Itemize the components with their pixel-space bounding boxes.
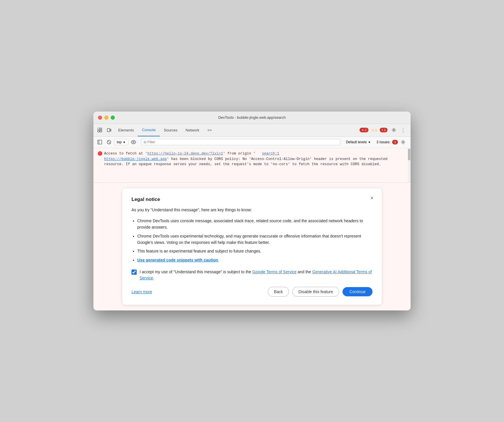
context-selector[interactable]: top ▼ [114, 139, 128, 145]
acceptance-checkbox[interactable] [131, 270, 137, 275]
google-tos-link[interactable]: Google Terms of Service [252, 270, 296, 274]
inspect-element-icon[interactable] [96, 126, 104, 134]
scrollbar[interactable] [408, 148, 411, 182]
svg-rect-5 [110, 129, 111, 131]
back-button[interactable]: Back [268, 287, 289, 297]
legal-bullet-2: Chrome DevTools uses experimental techno… [137, 233, 373, 246]
disable-feature-button[interactable]: Disable this feature [292, 287, 339, 297]
legal-bullet-1: Chrome DevTools uses console message, as… [137, 218, 373, 231]
code-snippets-link[interactable]: Use generated code snippets with caution [137, 258, 218, 262]
filter-icon: ⊟ [144, 140, 146, 144]
tab-badges: ✕ 2 ⚠ 1 ! 3 [360, 128, 388, 132]
default-levels-selector[interactable]: Default levels ▼ [344, 139, 373, 145]
title-bar: DevTools - bubble-jingle.web.app/search [93, 112, 411, 124]
warning-badge[interactable]: ⚠ 1 [371, 128, 377, 132]
legal-notice-list: Chrome DevTools uses console message, as… [131, 218, 373, 263]
chevron-down-icon-levels: ▼ [368, 141, 371, 144]
console-output: 🔴 Access to fetch at 'https://hello-io-2… [93, 148, 411, 183]
scrollbar-thumb [408, 149, 410, 160]
console-toolbar: top ▼ ⊟ Default levels ▼ 3 Issues: 3 [93, 137, 411, 148]
window-title: DevTools - bubble-jingle.web.app/search [218, 115, 286, 120]
filter-area: ⊟ [141, 139, 340, 145]
error-circle-icon: 🔴 [97, 151, 102, 156]
tab-more[interactable]: >> [203, 124, 216, 136]
traffic-lights [98, 116, 115, 120]
legal-notice-backdrop: × Legal notice As you try "Understand th… [93, 183, 411, 310]
maximize-button[interactable] [111, 116, 115, 120]
devtools-tab-bar: Elements Console Sources Network >> ✕ 2 … [93, 124, 411, 137]
error-icon: ✕ [362, 129, 364, 132]
legal-actions-row: Learn more Back Disable this feature Con… [131, 287, 373, 297]
sidebar-toggle-button[interactable] [96, 138, 104, 146]
svg-rect-3 [100, 130, 102, 132]
tab-sources[interactable]: Sources [160, 124, 182, 136]
legal-bullet-4: Use generated code snippets with caution… [137, 257, 373, 263]
tab-console[interactable]: Console [138, 124, 160, 136]
tab-elements[interactable]: Elements [114, 124, 138, 136]
issues-badge-header[interactable]: ! 3 [380, 128, 388, 132]
legal-close-button[interactable]: × [368, 194, 376, 202]
warning-icon: ⚠ [371, 128, 374, 132]
error-entry: 🔴 Access to fetch at 'https://hello-io-2… [97, 151, 407, 167]
acceptance-text: I accept my use of "Understand this mess… [140, 269, 373, 281]
issues-count-toolbar[interactable]: 3 Issues: 3 [377, 140, 398, 144]
device-toolbar-icon[interactable] [105, 126, 113, 134]
tab-network[interactable]: Network [182, 124, 204, 136]
error-message-text: Access to fetch at 'https://hello-io-24.… [104, 151, 407, 167]
issues-icon: ! [382, 128, 383, 132]
issues-count-badge: 3 [392, 140, 398, 144]
legal-notice-title: Legal notice [131, 197, 373, 202]
filter-input[interactable] [148, 140, 338, 144]
learn-more-link[interactable]: Learn more [131, 289, 152, 294]
error-badge[interactable]: ✕ 2 [360, 128, 368, 132]
svg-rect-1 [100, 128, 102, 130]
svg-rect-6 [98, 140, 102, 144]
devtools-window: DevTools - bubble-jingle.web.app/search … [93, 112, 411, 310]
legal-bullet-3: This feature is an experimental feature … [137, 248, 373, 254]
svg-rect-2 [98, 130, 99, 132]
settings-icon[interactable] [390, 126, 398, 134]
console-settings-icon[interactable] [399, 138, 407, 146]
error-url-link[interactable]: https://hello-io-24.deno.dev/?lvl=1 [147, 152, 223, 156]
svg-rect-0 [98, 128, 99, 130]
legal-notice-intro: As you try "Understand this message", he… [131, 207, 373, 213]
svg-line-9 [108, 141, 110, 143]
close-button[interactable] [98, 116, 102, 120]
more-options-icon[interactable]: ⋮ [399, 126, 407, 134]
source-ref-link[interactable]: search:1 [262, 152, 279, 156]
origin-link[interactable]: https://bubble-jingle.web.app [104, 157, 167, 161]
clear-console-button[interactable] [105, 138, 113, 146]
svg-rect-4 [107, 129, 110, 132]
action-buttons: Back Disable this feature Continue [268, 287, 373, 297]
eye-icon-button[interactable] [129, 138, 138, 146]
legal-notice-dialog: × Legal notice As you try "Understand th… [122, 189, 382, 305]
chevron-down-icon: ▼ [123, 141, 126, 144]
svg-point-10 [133, 142, 134, 143]
continue-button[interactable]: Continue [343, 287, 373, 296]
legal-acceptance-row: I accept my use of "Understand this mess… [131, 269, 373, 281]
minimize-button[interactable] [104, 116, 108, 120]
